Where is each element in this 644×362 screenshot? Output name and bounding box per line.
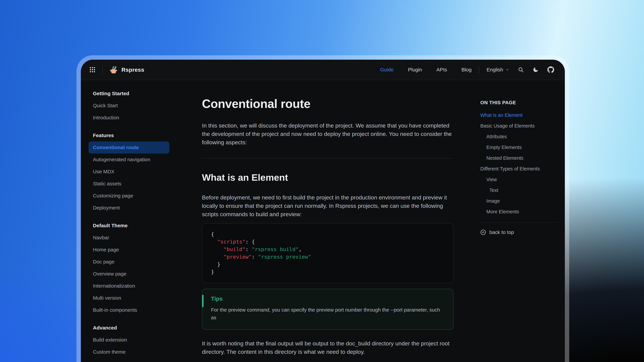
dark-mode-toggle-moon-icon[interactable] <box>533 67 539 73</box>
language-label: English <box>487 67 503 72</box>
toc-item-nested-elements[interactable]: Nested Elements <box>480 155 559 161</box>
on-this-page-panel: ON THIS PAGE What is an ElementBasic Usa… <box>480 100 559 235</box>
intro-paragraph: In this section, we will discuss the dep… <box>202 121 454 146</box>
sidebar-item-introduction[interactable]: Introduction <box>88 112 170 124</box>
navbar-links: GuidePluginAPIsBlog English <box>380 66 554 73</box>
doc-content: Conventional route In this section, we w… <box>202 80 454 356</box>
tips-body: For the preview command, you can specify… <box>211 306 444 322</box>
section-paragraph: Before deployment, we need to first buil… <box>202 193 454 218</box>
toc-item-basic-usage-of-elements[interactable]: Basic Usage of Elements <box>480 123 559 129</box>
sidebar-group: FeaturesConventional routeAutogenerated … <box>88 129 170 214</box>
sidebar-item-customize-search-functions[interactable]: Customize search functions <box>88 358 170 362</box>
section-divider <box>202 158 454 159</box>
sidebar-item-customizing-page[interactable]: Customizing page <box>88 190 170 202</box>
outro-paragraph: It is worth noting that the final output… <box>202 339 454 356</box>
navbar: Rspress GuidePluginAPIsBlog English <box>81 60 565 80</box>
toc-item-more-elements[interactable]: More Elements <box>480 209 559 215</box>
sidebar-item-build-extension[interactable]: Build extension <box>88 334 170 346</box>
sidebar-group-title: Features <box>88 129 170 141</box>
toc-item-what-is-an-element[interactable]: What is an Element <box>480 112 559 118</box>
tips-title: Tips <box>211 296 444 302</box>
chevron-down-icon <box>506 68 509 71</box>
nav-link-apis[interactable]: APIs <box>436 67 447 72</box>
navbar-divider <box>102 65 103 74</box>
sidebar-group: AdvancedBuild extensionCustom themeCusto… <box>88 322 170 362</box>
sidebar-item-conventional-route[interactable]: Conventional route <box>88 141 170 153</box>
code-content: { "scripts": { "build": "rspress build",… <box>211 230 444 276</box>
navbar-divider <box>479 66 479 73</box>
sidebar-item-quick-start[interactable]: Quick Start <box>88 99 170 112</box>
section-heading: What is an Element <box>202 172 454 183</box>
toc-items: What is an ElementBasic Usage of Element… <box>480 112 559 215</box>
nav-link-plugin[interactable]: Plugin <box>408 67 422 72</box>
toc-item-empty-elements[interactable]: Empty Elements <box>480 144 559 150</box>
sidebar-group: Default ThemeNavbarHome pageDoc pageOver… <box>88 220 170 316</box>
toc-item-attributes[interactable]: Attributes <box>480 134 559 140</box>
nav-link-guide[interactable]: Guide <box>380 67 394 72</box>
tips-accent-bar <box>202 295 204 307</box>
toc-item-view[interactable]: View <box>480 176 559 183</box>
back-to-top-label: back to top <box>489 229 514 235</box>
search-icon[interactable] <box>518 67 524 73</box>
sidebar-item-multi-version[interactable]: Multi version <box>88 292 170 304</box>
code-block-json-scripts[interactable]: { "scripts": { "build": "rspress build",… <box>202 223 454 283</box>
toc-item-text[interactable]: Text <box>480 187 559 193</box>
toc-divider <box>480 222 559 223</box>
sidebar-item-custom-theme[interactable]: Custom theme <box>88 346 170 358</box>
app-grid-icon[interactable] <box>90 67 95 72</box>
back-to-top-button[interactable]: back to top <box>480 229 559 235</box>
sidebar-item-internationalization[interactable]: Internationalization <box>88 280 170 292</box>
sidebar-item-built-in-components[interactable]: Built-in components <box>88 304 170 316</box>
sidebar-item-autogenerated-navigation[interactable]: Autogenerated navigation <box>88 153 170 166</box>
brand-title[interactable]: Rspress <box>122 66 144 73</box>
language-selector[interactable]: English <box>487 67 509 72</box>
sidebar-item-overview-page[interactable]: Overview page <box>88 268 170 280</box>
toc-item-different-types-of-elements[interactable]: Different Types of Elements <box>480 166 559 172</box>
toc-item-image[interactable]: Image <box>480 198 559 204</box>
sidebar-nav: Getting StartedQuick StartIntroductionFe… <box>88 87 170 362</box>
sidebar-item-doc-page[interactable]: Doc page <box>88 256 170 268</box>
sidebar-group-title: Getting Started <box>88 87 170 99</box>
sidebar-item-navbar[interactable]: Navbar <box>88 232 170 244</box>
sidebar-group: Getting StartedQuick StartIntroduction <box>88 87 170 124</box>
sidebar-group-title: Default Theme <box>88 220 170 232</box>
rspress-logo-icon <box>110 66 118 73</box>
sidebar-item-deployment[interactable]: Deployment <box>88 202 170 214</box>
page-title: Conventional route <box>202 97 454 111</box>
sidebar-item-use-mdx[interactable]: Use MDX <box>88 166 170 178</box>
toc-title: ON THIS PAGE <box>480 100 559 105</box>
sidebar-item-home-page[interactable]: Home page <box>88 244 170 256</box>
sidebar-group-title: Advanced <box>88 322 170 334</box>
github-icon[interactable] <box>548 66 554 73</box>
tips-callout: Tips For the preview command, you can sp… <box>202 289 454 330</box>
navbar-left: Rspress <box>90 65 144 74</box>
sidebar-item-static-assets[interactable]: Static assets <box>88 178 170 190</box>
arrow-up-circle-icon <box>480 229 486 235</box>
nav-link-blog[interactable]: Blog <box>462 67 472 72</box>
rspress-app-window: Rspress GuidePluginAPIsBlog English Gett… <box>81 60 565 362</box>
